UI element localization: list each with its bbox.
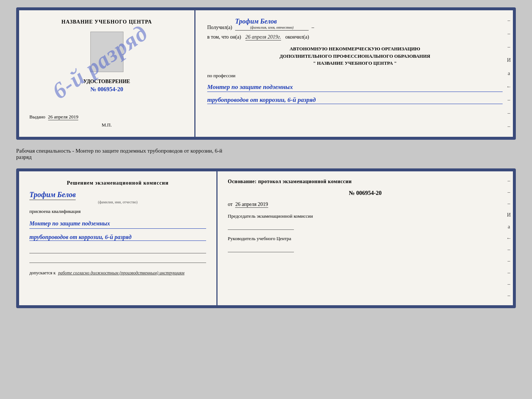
date-suffix: окончил(а) bbox=[285, 34, 309, 40]
chairman-sign-line bbox=[228, 223, 294, 230]
blank-line-2 bbox=[29, 256, 206, 263]
bottom-cert-left: Решением экзаменационной комиссии Трофим… bbox=[19, 171, 218, 305]
org-line2: ДОПОЛНИТЕЛЬНОГО ПРОФЕССИОНАЛЬНОГО ОБРАЗО… bbox=[207, 53, 503, 60]
side-dashes: – – – И а ← – – – bbox=[505, 10, 513, 137]
issued-line: Выдано 26 апреля 2019 bbox=[29, 111, 184, 120]
top-cert-right: Получил(а) Трофим Белов (фамилия, имя, о… bbox=[195, 10, 513, 137]
cert-number-section: УДОСТОВЕРЕНИЕ № 006954-20 bbox=[83, 79, 130, 93]
blank-line-1 bbox=[29, 247, 206, 253]
org-line1: АВТОНОМНУЮ НЕКОММЕРЧЕСКУЮ ОРГАНИЗАЦИЮ bbox=[207, 45, 503, 53]
work-permission-text: работе согласно должностным (производств… bbox=[58, 270, 184, 275]
middle-line1: Рабочая специальность - Монтер по защите… bbox=[16, 148, 516, 154]
fio-hint: (фамилия, имя, отчество) bbox=[235, 25, 309, 29]
protocol-number: № 006954-20 bbox=[228, 190, 503, 196]
chairman-section: Председатель экзаменационной комиссии bbox=[228, 213, 503, 230]
basis-title: Основание: протокол экзаменационной коми… bbox=[228, 179, 503, 185]
bottom-name-section: Трофим Белов (фамилия, имя, отчество) bbox=[29, 190, 206, 204]
profession-label: по профессии bbox=[207, 73, 503, 79]
top-cert-title: НАЗВАНИЕ УЧЕБНОГО ЦЕНТРА bbox=[61, 19, 152, 25]
decision-title: Решением экзаменационной комиссии bbox=[29, 180, 206, 186]
protocol-date: от 26 апреля 2019 bbox=[228, 202, 503, 207]
udostoverenie-label: УДОСТОВЕРЕНИЕ bbox=[83, 79, 130, 85]
mp-label: М.П. bbox=[102, 122, 112, 128]
bottom-fio-hint: (фамилия, имя, отчество) bbox=[29, 200, 206, 204]
chairman-label: Председатель экзаменационной комиссии bbox=[228, 213, 503, 220]
recipient-line: Получил(а) Трофим Белов (фамилия, имя, о… bbox=[207, 18, 503, 31]
top-cert-left: НАЗВАНИЕ УЧЕБНОГО ЦЕНТРА 6-й разряд УДОС… bbox=[19, 10, 195, 137]
top-certificate: НАЗВАНИЕ УЧЕБНОГО ЦЕНТРА 6-й разряд УДОС… bbox=[16, 7, 516, 140]
work-permission: допускается к работе согласно должностны… bbox=[29, 270, 206, 276]
profession-val2: трубопроводов от коррозии, 6-й разряд bbox=[207, 96, 503, 104]
date-prefix: в том, что он(а) bbox=[207, 34, 241, 40]
org-text: АВТОНОМНУЮ НЕКОММЕРЧЕСКУЮ ОРГАНИЗАЦИЮ ДО… bbox=[207, 45, 503, 67]
qualification-val2: трубопроводов от коррозии, 6-й разряд bbox=[29, 234, 206, 241]
date-value: 26 апреля 2019г. bbox=[245, 34, 281, 40]
bottom-cert-right: Основание: протокол экзаменационной коми… bbox=[218, 171, 513, 305]
photo-placeholder bbox=[90, 32, 123, 72]
dash-separator: – bbox=[312, 25, 314, 31]
qualification-val1: Монтер по защите подземных bbox=[29, 219, 206, 229]
issued-label: Выдано bbox=[29, 114, 45, 120]
work-permission-prefix: допускается к bbox=[29, 270, 55, 275]
blank-lines bbox=[29, 247, 206, 263]
director-section: Руководитель учебного Центра bbox=[228, 235, 503, 252]
middle-text: Рабочая специальность - Монтер по защите… bbox=[16, 146, 516, 162]
received-label: Получил(а) bbox=[207, 25, 232, 31]
recipient-name: Трофим Белов (фамилия, имя, отчество) bbox=[235, 18, 309, 31]
cert-number: № 006954-20 bbox=[83, 86, 130, 93]
middle-line2: разряд bbox=[16, 154, 516, 160]
protocol-date-prefix: от bbox=[228, 202, 233, 207]
bottom-side-dashes: – – – И а ← – – – – – bbox=[505, 171, 513, 305]
protocol-date-val: 26 апреля 2019 bbox=[235, 202, 268, 208]
qualification-label: присвоена квалификация bbox=[29, 209, 206, 214]
director-label: Руководитель учебного Центра bbox=[228, 235, 503, 243]
issued-date: 26 апреля 2019 bbox=[48, 114, 79, 120]
profession-val1: Монтер по защите подземных bbox=[207, 82, 503, 92]
director-sign-line bbox=[228, 246, 294, 252]
bottom-person-name: Трофим Белов bbox=[29, 190, 76, 200]
bottom-certificate: Решением экзаменационной комиссии Трофим… bbox=[16, 168, 516, 308]
date-line: в том, что он(а) 26 апреля 2019г. окончи… bbox=[207, 34, 503, 40]
org-line3: " НАЗВАНИЕ УЧЕБНОГО ЦЕНТРА " bbox=[207, 60, 503, 67]
